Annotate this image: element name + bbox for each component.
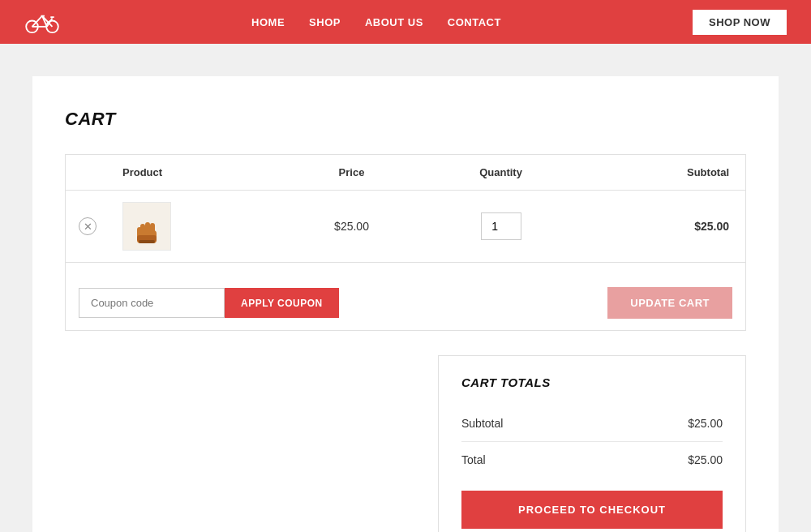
product-thumbnail xyxy=(122,202,171,251)
subtotal-value: $25.00 xyxy=(688,417,723,430)
product-price: $25.00 xyxy=(281,191,422,263)
nav-contact[interactable]: CONTACT xyxy=(448,16,501,28)
product-quantity-cell xyxy=(422,191,580,263)
total-label: Total xyxy=(461,453,486,466)
remove-cell: ✕ xyxy=(66,191,110,263)
cart-actions-row: APPLY COUPON UPDATE CART xyxy=(66,263,746,331)
site-header: HOME SHOP ABOUT US CONTACT SHOP NOW xyxy=(0,0,811,44)
coupon-area: APPLY COUPON xyxy=(79,288,339,318)
page-title: CART xyxy=(65,109,746,130)
svg-rect-15 xyxy=(139,240,155,243)
col-header-quantity: Quantity xyxy=(422,155,580,191)
main-content: CART Product Price Quantity Subtotal ✕ xyxy=(16,44,795,532)
subtotal-row: Subtotal $25.00 xyxy=(461,405,723,442)
col-header-product: Product xyxy=(109,155,281,191)
subtotal-label: Subtotal xyxy=(461,417,503,430)
update-cart-button[interactable]: UPDATE CART xyxy=(607,287,732,319)
shop-now-button[interactable]: SHOP NOW xyxy=(693,10,787,35)
nav-shop[interactable]: SHOP xyxy=(309,16,341,28)
nav-about[interactable]: ABOUT US xyxy=(365,16,423,28)
coupon-input[interactable] xyxy=(79,288,225,318)
remove-item-button[interactable]: ✕ xyxy=(79,217,97,235)
site-logo[interactable] xyxy=(24,10,60,34)
page-card: CART Product Price Quantity Subtotal ✕ xyxy=(32,76,779,532)
product-subtotal: $25.00 xyxy=(580,191,745,263)
col-header-subtotal: Subtotal xyxy=(580,155,745,191)
cart-actions-cell: APPLY COUPON UPDATE CART xyxy=(66,263,746,331)
cart-totals-container: CART TOTALS Subtotal $25.00 Total $25.00… xyxy=(65,355,746,532)
table-row: ✕ xyxy=(66,191,746,263)
cart-totals-box: CART TOTALS Subtotal $25.00 Total $25.00… xyxy=(438,355,746,532)
apply-coupon-button[interactable]: APPLY COUPON xyxy=(225,288,339,318)
total-value: $25.00 xyxy=(688,453,723,466)
product-cell xyxy=(109,191,281,263)
main-nav: HOME SHOP ABOUT US CONTACT xyxy=(251,16,501,28)
col-header-remove xyxy=(66,155,110,191)
cart-totals-title: CART TOTALS xyxy=(461,375,723,389)
total-row: Total $25.00 xyxy=(461,442,723,478)
checkout-button[interactable]: PROCEED TO CHECKOUT xyxy=(461,491,723,529)
cart-table: Product Price Quantity Subtotal ✕ xyxy=(65,154,746,331)
col-header-price: Price xyxy=(281,155,422,191)
quantity-input[interactable] xyxy=(481,212,521,240)
nav-home[interactable]: HOME xyxy=(251,16,285,28)
